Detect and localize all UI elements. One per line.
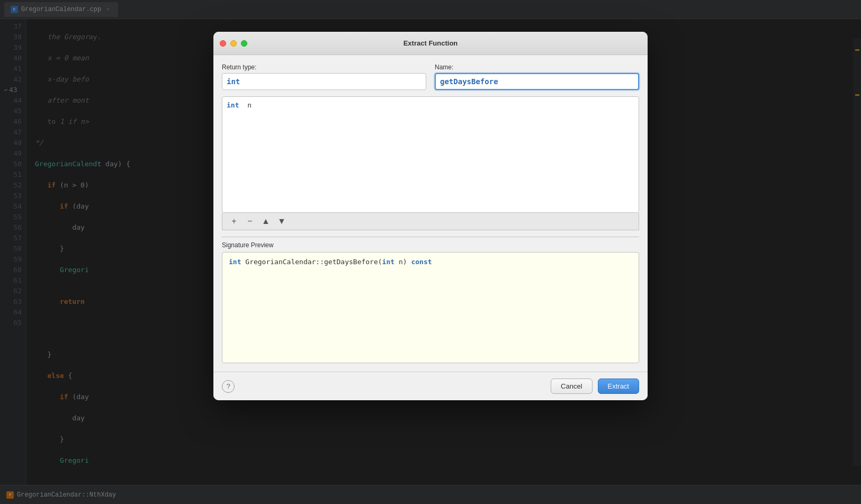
return-type-group: Return type: — [222, 64, 426, 90]
sig-param-type: int — [382, 258, 394, 266]
sig-param-name: n) — [394, 258, 411, 266]
extract-function-dialog: Extract Function Return type: Name: int — [213, 32, 648, 400]
name-label: Name: — [435, 64, 639, 71]
action-buttons: Cancel Extract — [551, 379, 639, 394]
add-param-button[interactable]: + — [227, 215, 241, 228]
signature-preview: int GregorianCalendar::getDaysBefore(int… — [222, 252, 639, 363]
remove-param-button[interactable]: − — [243, 215, 257, 228]
maximize-window-button[interactable] — [241, 40, 247, 47]
move-down-param-button[interactable]: ▼ — [274, 215, 289, 228]
fields-row: Return type: Name: — [222, 64, 639, 90]
extract-button[interactable]: Extract — [598, 379, 639, 394]
name-group: Name: — [435, 64, 639, 90]
parameters-area: int n — [222, 96, 639, 213]
return-type-input[interactable] — [222, 73, 426, 90]
help-button[interactable]: ? — [222, 380, 235, 393]
window-controls — [220, 40, 247, 47]
modal-bottom: ? Cancel Extract — [213, 372, 648, 400]
param-row: int n — [227, 101, 634, 109]
signature-preview-label: Signature Preview — [222, 241, 639, 249]
modal-title: Extract Function — [403, 39, 458, 47]
modal-body: Return type: Name: int n + − ▲ — [213, 55, 648, 372]
param-name: n — [243, 101, 252, 109]
modal-titlebar: Extract Function — [213, 32, 648, 55]
modal-overlay: Extract Function Return type: Name: int — [0, 0, 861, 504]
cancel-button[interactable]: Cancel — [551, 379, 592, 394]
sig-const: const — [411, 258, 432, 266]
sig-return-type: int — [229, 258, 241, 266]
sig-function-name: getDaysBefore( — [324, 258, 382, 266]
signature-section: Signature Preview int GregorianCalendar:… — [222, 237, 639, 372]
params-toolbar: + − ▲ ▼ — [222, 213, 639, 230]
move-up-param-button[interactable]: ▲ — [258, 215, 273, 228]
minimize-window-button[interactable] — [230, 40, 237, 47]
function-name-input[interactable] — [435, 73, 639, 90]
divider — [222, 237, 639, 237]
sig-class-name: GregorianCalendar:: — [245, 258, 324, 266]
return-type-label: Return type: — [222, 64, 426, 71]
param-type: int — [227, 101, 239, 109]
close-window-button[interactable] — [220, 40, 226, 47]
